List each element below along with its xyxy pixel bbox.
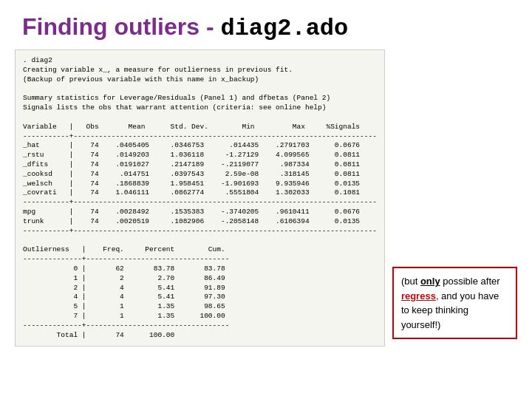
- terminal-output: . diag2 Creating variable x_, a measure …: [15, 50, 385, 347]
- note-box: (but only possible after regress, and yo…: [392, 267, 517, 339]
- note-middle1: possible after: [440, 276, 500, 287]
- title-bar: Finding outliers - diag2.ado: [0, 0, 532, 50]
- page-title: Finding outliers - diag2.ado: [22, 24, 348, 37]
- note-prefix: (but: [401, 276, 420, 287]
- side-note: (but only possible after regress, and yo…: [392, 50, 517, 347]
- note-regress: regress: [401, 290, 436, 301]
- note-only: only: [420, 276, 440, 287]
- main-content: . diag2 Creating variable x_, a measure …: [0, 50, 532, 354]
